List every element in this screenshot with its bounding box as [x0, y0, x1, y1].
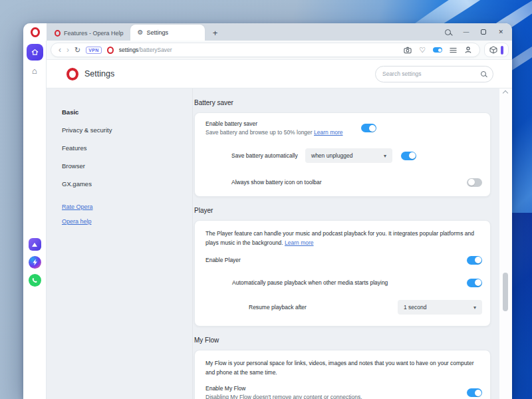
row-title: Always show battery icon on toolbar — [231, 179, 322, 186]
resume-playback-row: Resume playback after 1 second — [195, 294, 490, 326]
speed-dial-button[interactable] — [27, 44, 43, 61]
settings-header: Settings — [47, 60, 512, 88]
forward-button[interactable]: › — [66, 46, 69, 54]
gear-icon: ⚙ — [138, 29, 144, 36]
maximize-button[interactable] — [481, 29, 486, 35]
row-title: Automatically pause playback when other … — [232, 279, 388, 286]
opera-logo-icon — [31, 27, 40, 37]
sidebar-panel-indicator — [501, 46, 503, 55]
browser-sidebar: ⌂ — [23, 41, 47, 399]
close-button[interactable]: ✕ — [498, 29, 503, 35]
whatsapp-app-icon[interactable] — [29, 274, 41, 287]
address-toolbar: ‹ › ↻ VPN settings/batterySaver — [47, 41, 512, 60]
sidebar-apps — [29, 238, 41, 287]
show-battery-icon-toggle[interactable] — [467, 178, 482, 187]
section-heading-player: Player — [194, 207, 512, 214]
browser-window: Features - Opera Help ⚙ Settings + — ✕ — [23, 23, 512, 399]
opera-page-icon — [107, 47, 114, 54]
settings-search-box[interactable] — [375, 66, 493, 82]
settings-content: Battery saver Enable battery saver Save … — [193, 88, 512, 399]
save-battery-automatically-toggle[interactable] — [401, 152, 416, 160]
page-scrollbar[interactable] — [499, 88, 512, 399]
new-tab-button[interactable]: + — [209, 27, 221, 39]
nav-item-features[interactable]: Features — [62, 144, 192, 152]
row-title: Enable battery saver — [205, 120, 356, 127]
enable-battery-saver-row: Enable battery saver Save battery and br… — [195, 113, 490, 142]
snapshot-camera-icon[interactable] — [404, 47, 412, 54]
window-controls: — ✕ — [445, 23, 512, 41]
minimize-button[interactable]: — — [463, 29, 469, 35]
phone-icon — [31, 277, 39, 284]
tab-bar: Features - Opera Help ⚙ Settings + — ✕ — [23, 23, 512, 41]
lightning-icon — [32, 259, 38, 266]
enable-player-row: Enable Player — [195, 249, 490, 271]
row-title: Resume playback after — [249, 304, 307, 311]
battery-icon-toolbar-row: Always show battery icon on toolbar — [195, 170, 490, 196]
enable-my-flow-row: Enable My Flow Disabling My Flow doesn't… — [195, 378, 490, 399]
battery-saver-card: Enable battery saver Save battery and br… — [194, 112, 491, 197]
auto-pause-row: Automatically pause playback when other … — [195, 271, 490, 294]
learn-more-link[interactable]: Learn more — [314, 129, 342, 136]
aria-logo — [32, 243, 37, 247]
auto-pause-toggle[interactable] — [467, 279, 482, 287]
learn-more-link[interactable]: Learn more — [285, 239, 313, 246]
vpn-badge[interactable]: VPN — [86, 47, 102, 54]
my-flow-description: My Flow is your personal space for links… — [195, 350, 490, 378]
save-battery-automatically-row: Save battery automatically when unplugge… — [195, 142, 490, 170]
nav-item-basic[interactable]: Basic — [62, 108, 192, 116]
desktop-background: Features - Opera Help ⚙ Settings + — ✕ — [0, 0, 532, 399]
rate-opera-link[interactable]: Rate Opera — [62, 203, 192, 210]
row-title: Save battery automatically — [231, 152, 305, 159]
scrollbar-thumb[interactable] — [503, 273, 508, 311]
enable-battery-saver-toggle[interactable] — [361, 124, 376, 132]
opera-favicon-icon — [55, 30, 61, 37]
address-bar-actions: ♡ — [404, 46, 472, 54]
easy-setup-icon[interactable] — [450, 47, 457, 53]
opera-help-link[interactable]: Opera help — [62, 218, 192, 225]
settings-search-input[interactable] — [382, 70, 477, 77]
nav-item-browser[interactable]: Browser — [62, 162, 192, 170]
nav-item-privacy-security[interactable]: Privacy & security — [62, 126, 192, 134]
favorites-heart-icon[interactable]: ♡ — [419, 47, 426, 54]
tab-label: Settings — [147, 29, 169, 36]
enable-player-toggle[interactable] — [467, 256, 482, 265]
section-heading-my-flow: My Flow — [194, 336, 512, 344]
home-icon — [31, 48, 39, 57]
back-button[interactable]: ‹ — [59, 46, 61, 54]
nav-item-gx-games[interactable]: GX.games — [62, 180, 192, 188]
address-bar[interactable]: ‹ › ↻ VPN settings/batterySaver — [51, 43, 480, 57]
sidebar-setup-pill[interactable] — [484, 43, 509, 57]
resume-playback-dropdown[interactable]: 1 second — [398, 300, 482, 315]
extensions-cube-icon — [489, 46, 497, 54]
workspace-home-icon[interactable]: ⌂ — [32, 66, 37, 75]
tab-features-opera-help[interactable]: Features - Opera Help — [47, 26, 130, 41]
tab-settings[interactable]: ⚙ Settings — [130, 25, 205, 41]
row-subtitle: Disabling My Flow doesn't remove any con… — [205, 394, 362, 399]
tab-label: Features - Opera Help — [64, 30, 124, 37]
search-icon[interactable] — [445, 29, 451, 35]
messenger-app-icon[interactable] — [29, 256, 41, 269]
opera-logo-icon — [66, 68, 78, 80]
aria-app-icon[interactable] — [29, 238, 41, 251]
player-description: The Player feature can handle your music… — [195, 221, 490, 249]
settings-body: Basic Privacy & security Features Browse… — [47, 88, 512, 399]
enable-my-flow-toggle[interactable] — [467, 388, 482, 397]
row-subtitle: Save battery and browse up to 50% longer… — [205, 129, 356, 136]
search-icon — [481, 71, 486, 76]
page-title: Settings — [84, 69, 114, 78]
settings-nav: Basic Privacy & security Features Browse… — [47, 88, 193, 399]
save-battery-automatically-dropdown[interactable]: when unplugged — [305, 148, 392, 163]
row-title: Enable Player — [205, 257, 241, 263]
scroll-up-arrow-icon[interactable] — [503, 90, 508, 96]
row-title: Enable My Flow — [205, 385, 362, 392]
reload-button[interactable]: ↻ — [74, 47, 80, 54]
opera-menu-button[interactable] — [23, 23, 47, 41]
battery-saver-icon[interactable] — [433, 47, 442, 53]
profile-icon[interactable] — [464, 46, 472, 54]
section-heading-battery-saver: Battery saver — [194, 99, 512, 106]
player-card: The Player feature can handle your music… — [194, 220, 491, 327]
my-flow-card: My Flow is your personal space for links… — [194, 350, 491, 399]
url-text: settings/batterySaver — [119, 47, 172, 53]
